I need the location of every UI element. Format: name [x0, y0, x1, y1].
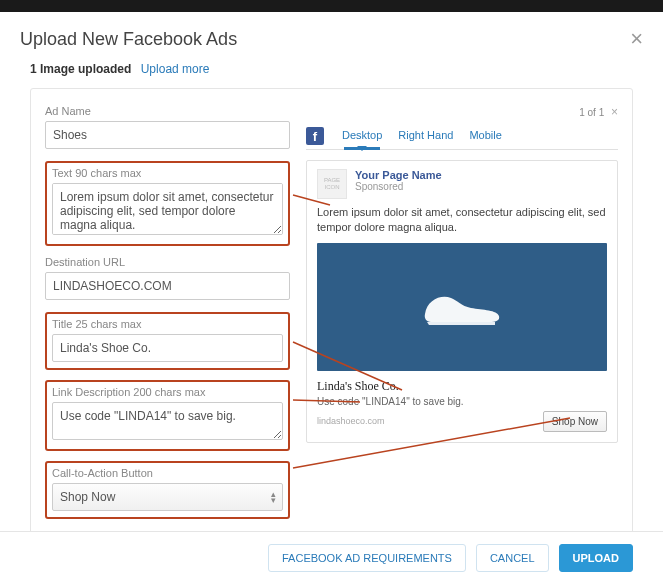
preview-sponsored: Sponsored	[355, 181, 442, 192]
preview-description: Use code "LINDA14" to save big.	[317, 396, 607, 407]
preview-footer: lindashoeco.com Shop Now	[317, 411, 607, 432]
ad-name-group: Ad Name	[45, 105, 290, 149]
ad-name-input[interactable]	[45, 121, 290, 149]
page-icon-placeholder: PAGE ICON	[317, 169, 347, 199]
uploaded-count: 1 Image uploaded	[30, 62, 131, 76]
text-label: Text 90 chars max	[52, 167, 283, 179]
modal-footer: FACEBOOK AD REQUIREMENTS CANCEL UPLOAD	[0, 531, 663, 584]
form-column: Ad Name Text 90 chars max Destination UR…	[45, 105, 290, 529]
shoe-icon	[417, 282, 507, 332]
tab-mobile[interactable]: Mobile	[461, 123, 509, 149]
preview-title: Linda's Shoe Co.	[317, 379, 607, 394]
upload-button[interactable]: UPLOAD	[559, 544, 633, 572]
preview-counter: 1 of 1	[579, 107, 604, 118]
chevron-updown-icon: ▴▾	[271, 491, 276, 504]
title-input[interactable]	[52, 334, 283, 362]
modal-title: Upload New Facebook Ads	[20, 29, 237, 50]
upload-ads-modal: Upload New Facebook Ads × 1 Image upload…	[0, 0, 663, 584]
preview-image	[317, 243, 607, 371]
link-desc-input[interactable]	[52, 402, 283, 440]
text-group: Text 90 chars max	[45, 161, 290, 246]
remove-preview-icon[interactable]: ×	[611, 105, 618, 119]
facebook-icon: f	[306, 127, 324, 145]
cta-label: Call-to-Action Button	[52, 467, 283, 479]
preview-tabs: f Desktop Right Hand Mobile	[306, 123, 618, 150]
upload-status: 1 Image uploaded Upload more	[0, 62, 663, 88]
dest-url-group: Destination URL	[45, 256, 290, 300]
title-label: Title 25 chars max	[52, 318, 283, 330]
ad-name-label: Ad Name	[45, 105, 290, 117]
fb-requirements-button[interactable]: FACEBOOK AD REQUIREMENTS	[268, 544, 466, 572]
preview-body-text: Lorem ipsum dolor sit amet, consectetur …	[317, 205, 607, 235]
dest-url-input[interactable]	[45, 272, 290, 300]
cancel-button[interactable]: CANCEL	[476, 544, 549, 572]
preview-column: 1 of 1 × f Desktop Right Hand Mobile PAG…	[306, 105, 618, 529]
upload-more-link[interactable]: Upload more	[141, 62, 210, 76]
preview-cta-button[interactable]: Shop Now	[543, 411, 607, 432]
content-panel: Ad Name Text 90 chars max Destination UR…	[30, 88, 633, 548]
dest-url-label: Destination URL	[45, 256, 290, 268]
cta-group: Call-to-Action Button Shop Now ▴▾	[45, 461, 290, 519]
cta-select-value: Shop Now	[60, 490, 115, 504]
link-desc-label: Link Description 200 chars max	[52, 386, 283, 398]
tab-right-hand[interactable]: Right Hand	[390, 123, 461, 149]
text-input[interactable]	[52, 183, 283, 235]
tab-desktop[interactable]: Desktop	[334, 123, 390, 149]
preview-page-name: Your Page Name	[355, 169, 442, 181]
close-icon[interactable]: ×	[630, 28, 643, 50]
window-chrome	[0, 0, 663, 12]
title-group: Title 25 chars max	[45, 312, 290, 370]
preview-display-url: lindashoeco.com	[317, 416, 385, 426]
link-desc-group: Link Description 200 chars max	[45, 380, 290, 451]
ad-preview: PAGE ICON Your Page Name Sponsored Lorem…	[306, 160, 618, 443]
preview-pager: 1 of 1 ×	[306, 105, 618, 119]
cta-select[interactable]: Shop Now ▴▾	[52, 483, 283, 511]
preview-header: PAGE ICON Your Page Name Sponsored	[317, 169, 607, 199]
modal-header: Upload New Facebook Ads ×	[0, 12, 663, 62]
